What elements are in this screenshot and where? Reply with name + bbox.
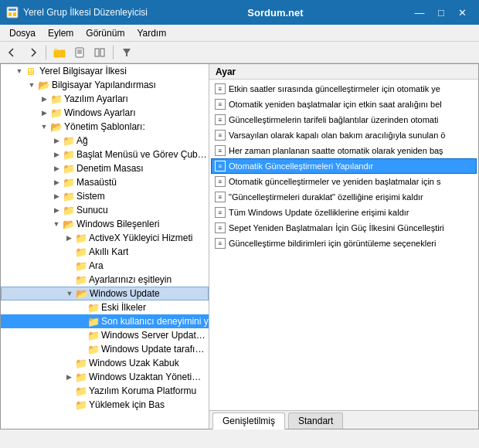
show-properties-button[interactable]	[70, 44, 89, 61]
toggle-icon: ▼	[25, 81, 38, 89]
toggle-icon: ▶	[50, 192, 63, 200]
menu-dosya[interactable]: Dosya	[3, 26, 42, 40]
back-button[interactable]	[3, 44, 22, 61]
tree-item-wsus[interactable]: 📁 Windows Server Update S	[1, 328, 209, 342]
tree-label: Bilgisayar Yapılandırması	[52, 80, 156, 90]
policy-item-5[interactable]: ≡ Her zaman planlanan saatte otomatik ol…	[211, 143, 477, 158]
tree-item-ag[interactable]: ▶ 📁 Ağ	[1, 134, 209, 148]
tree-label: Windows Ayarları	[64, 107, 135, 118]
policy-item-7[interactable]: ≡ Otomatik güncelleştirmeler ve yeniden …	[211, 174, 477, 189]
forward-button[interactable]	[23, 44, 42, 61]
tree-item-windows-bilesenleri[interactable]: ▼ 📂 Windows Bileşenleri	[1, 217, 209, 231]
toolbar	[0, 42, 479, 63]
tree-item-windows-update[interactable]: ▼ 📂 Windows Update	[1, 287, 209, 300]
policy-item-11[interactable]: ≡ Güncelleştirme bildirimleri için görün…	[211, 236, 477, 251]
folder-icon: 📁	[63, 191, 75, 202]
tree-item-windows-uzaktan[interactable]: ▶ 📁 Windows Uzaktan Yönetim (W	[1, 370, 209, 384]
svg-rect-11	[95, 49, 99, 56]
policy-text-8: "Güncelleştirmeleri duraklat" özelliğine…	[229, 192, 423, 202]
tree-item-activex[interactable]: ▶ 📁 ActiveX Yükleyici Hizmeti	[1, 231, 209, 245]
minimize-button[interactable]: —	[409, 5, 430, 20]
folder-icon: 📁	[87, 316, 100, 328]
folder-icon: 📁	[87, 302, 100, 314]
policy-item-1[interactable]: ≡ Etkin saatler sırasında güncelleştirme…	[211, 81, 477, 97]
tree-item-denetim[interactable]: ▶ 📁 Denetim Masası	[1, 161, 209, 175]
tree-item-eski[interactable]: 📁 Eski İlkeler	[1, 300, 209, 314]
folder-icon: 📁	[75, 372, 87, 383]
tree-label: Akıllı Kart	[89, 246, 128, 257]
folder-icon: 📁	[75, 260, 87, 272]
policy-icon-9: ≡	[215, 207, 226, 218]
tree-item-masaustu[interactable]: ▶ 📁 Masaüstü	[1, 175, 209, 189]
filter-button[interactable]	[117, 44, 136, 61]
tree-item-yonetim[interactable]: ▼ 📂 Yönetim Şablonları:	[1, 120, 209, 134]
tree-item-root[interactable]: ▼ 🖥 Yerel Bilgisayar İlkesi	[1, 64, 209, 78]
toggle-icon: ▼	[63, 290, 76, 297]
tree-label: Yüklemek için Bas	[89, 399, 165, 410]
tree-item-akilli[interactable]: 📁 Akıllı Kart	[1, 245, 209, 259]
tree-item-windows-ayarlar[interactable]: ▶ 📁 Windows Ayarları	[1, 106, 209, 120]
tree-item-yuklemek[interactable]: 📁 Yüklemek için Bas	[1, 398, 209, 412]
menu-eylem[interactable]: Eylem	[42, 26, 80, 40]
policy-text-4: Varsayılan olarak kapalı olan bakım arac…	[229, 131, 445, 140]
tree-item-wu-tarafindan[interactable]: 📁 Windows Update tarafında	[1, 342, 209, 356]
tree-item-yazilim[interactable]: ▶ 📁 Yazılım Ayarları	[1, 92, 209, 106]
show-standard-folders-button[interactable]	[50, 44, 69, 61]
policy-text-10: Sepet Yeniden Başlatmaları İçin Güç İlke…	[229, 223, 444, 232]
policy-text-2: Otomatik yeniden başlatmalar için etkin …	[229, 100, 442, 109]
tree-label: Windows Uzak Kabuk	[89, 358, 179, 368]
folder-icon: 📁	[75, 246, 87, 258]
policy-icon-8: ≡	[215, 192, 226, 202]
policy-item-6[interactable]: ≡ Otomatik Güncelleştirmeleri Yapılandır	[211, 158, 477, 174]
policy-icon-6: ≡	[215, 161, 226, 171]
policy-list: ≡ Etkin saatler sırasında güncelleştirme…	[209, 80, 478, 410]
toggle-icon: ▶	[38, 109, 50, 117]
extend-view-button[interactable]	[90, 44, 109, 61]
policy-item-8[interactable]: ≡ "Güncelleştirmeleri duraklat" özelliği…	[211, 189, 477, 205]
policy-item-2[interactable]: ≡ Otomatik yeniden başlatmalar için etki…	[211, 97, 477, 112]
tree-item-ara[interactable]: 📁 Ara	[1, 259, 209, 273]
folder-icon: 📁	[50, 93, 63, 105]
tab-genisletilmis[interactable]: Genişletilmiş	[212, 412, 285, 429]
policy-item-9[interactable]: ≡ Tüm Windows Update özelliklerine erişi…	[211, 205, 477, 220]
tree-panel: ▼ 🖥 Yerel Bilgisayar İlkesi ▼ 📂 Bilgisay…	[1, 64, 209, 429]
tree-item-son-kullanici[interactable]: 📁 Son kullanıcı deneyimini y	[1, 314, 209, 328]
svg-rect-5	[54, 49, 57, 51]
tree-item-yazilim-koruma[interactable]: 📁 Yazılım Koruma Platformu	[1, 384, 209, 398]
toggle-icon: ▶	[50, 178, 63, 186]
folder-icon: 📁	[87, 344, 100, 355]
folder-icon: 📂	[38, 80, 50, 91]
policy-text-7: Otomatik güncelleştirmeler ve yeniden ba…	[229, 177, 441, 186]
menu-yardim[interactable]: Yardım	[131, 26, 172, 40]
tab-standart[interactable]: Standart	[288, 412, 343, 429]
policy-text-5: Her zaman planlanan saatte otomatik olar…	[229, 146, 443, 155]
menu-gorunum[interactable]: Görünüm	[80, 26, 131, 40]
close-button[interactable]: ✕	[453, 5, 473, 20]
policy-icon-3: ≡	[215, 114, 226, 125]
tree-item-sistem[interactable]: ▶ 📁 Sistem	[1, 189, 209, 203]
maximize-button[interactable]: □	[431, 5, 451, 20]
folder-icon: 📁	[63, 163, 75, 175]
tree-item-bilgisayar[interactable]: ▼ 📂 Bilgisayar Yapılandırması	[1, 78, 209, 92]
tree-item-baslat[interactable]: ▶ 📁 Başlat Menüsü ve Görev Çubuğu	[1, 148, 209, 161]
toggle-icon: ▶	[50, 137, 63, 144]
tree-item-sunucu[interactable]: ▶ 📁 Sunucu	[1, 203, 209, 217]
policy-icon-1: ≡	[215, 83, 226, 94]
toolbar-separator-2	[113, 46, 114, 59]
toggle-icon: ▼	[50, 220, 63, 228]
folder-icon: 📁	[75, 385, 87, 397]
tree-item-ayarlarinizi[interactable]: 📁 Ayarlarınızı eşitleyin	[1, 273, 209, 287]
folder-icon: 📁	[75, 274, 87, 286]
policy-item-3[interactable]: ≡ Güncelleştirmelerin tarifeli bağlantıl…	[211, 112, 477, 127]
policy-icon-5: ≡	[215, 145, 226, 156]
tree-label: ActiveX Yükleyici Hizmeti	[89, 232, 192, 243]
policy-item-10[interactable]: ≡ Sepet Yeniden Başlatmaları İçin Güç İl…	[211, 220, 477, 236]
toggle-icon: ▶	[63, 234, 75, 242]
toggle-icon: ▼	[13, 67, 25, 75]
toggle-icon: ▶	[50, 206, 63, 214]
policy-item-4[interactable]: ≡ Varsayılan olarak kapalı olan bakım ar…	[211, 127, 477, 143]
tree-label: Son kullanıcı deneyimini y	[101, 316, 209, 327]
tree-item-windows-uzak-kabul[interactable]: 📁 Windows Uzak Kabuk	[1, 356, 209, 370]
right-header: Ayar	[209, 64, 478, 80]
svg-rect-12	[100, 49, 104, 56]
